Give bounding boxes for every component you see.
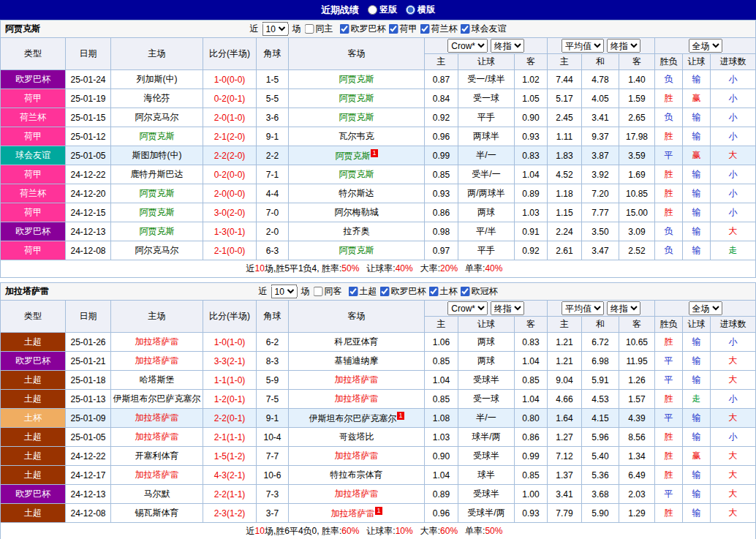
avg-home: 9.04 [548,371,582,390]
competition-checkbox[interactable] [461,24,470,34]
odds-stage-select[interactable]: 终指 [491,39,524,53]
corners: 4-4 [257,184,289,203]
match-date: 24-12-13 [66,485,111,504]
handicap-line: 两球 [458,203,515,222]
average-select[interactable]: 平均值 [562,301,604,315]
col-header-away: 客场 [289,301,425,333]
home-team: 加拉塔萨雷 [111,333,203,352]
competition-filter[interactable]: 土超 [349,285,377,298]
result-winloss: 平 [655,409,683,428]
away-team-name: 加拉塔萨雷 [335,374,379,385]
same-venue-filter[interactable]: 同主 [305,23,333,35]
match-row: 土超24-12-17加拉塔萨雷4-3(2-1)10-6特拉布宗体育1.04球半0… [1,466,756,485]
home-team: 加拉塔萨雷 [111,352,203,371]
competition-checkbox[interactable] [380,287,390,296]
odds-home: 0.93 [425,184,458,203]
scope-select[interactable]: 全场 [689,39,722,53]
result-handicap: 输 [683,466,711,485]
odds-away: 0.99 [515,447,548,466]
score-halftime: 2-0(1-0) [203,108,257,127]
competition-checkbox[interactable] [420,24,430,34]
away-team-name: 阿贾克斯 [339,169,374,179]
home-team-name: 加拉塔萨雷 [135,412,179,423]
competition-label: 土超 [360,285,377,298]
same-venue-filter[interactable]: 同客 [314,285,342,298]
layout-radio-vertical[interactable]: 竖版 [368,4,397,16]
result-handicap: 输 [683,485,711,504]
layout-radio-vertical-label: 竖版 [379,4,397,16]
same-venue-checkbox[interactable] [305,24,314,34]
home-team: 阿尔克马尔 [111,241,203,260]
match-row: 土超25-01-26加拉塔萨雷1-0(1-0)6-2科尼亚体育1.06两球0.8… [1,333,756,352]
corners: 5-5 [257,89,289,108]
corners: 2-0 [257,222,289,241]
home-team-name: 阿贾克斯 [140,207,175,217]
home-team-name: 哈塔斯堡 [140,374,175,385]
competition-checkbox[interactable] [340,24,349,34]
avg-draw: 7.20 [582,184,619,203]
competition-filter[interactable]: 欧冠杯 [461,285,498,298]
competition-filter[interactable]: 欧罗巴杯 [380,285,426,298]
team-section: 加拉塔萨雷 近 10 场 同客 土超欧罗巴杯土杯欧冠杯 [0,282,756,539]
competition-filter[interactable]: 荷兰杯 [420,23,458,35]
avg-draw: 4.53 [582,390,619,409]
avg-away: 2.03 [619,485,655,504]
home-team: 鹿特丹斯巴达 [111,165,203,184]
summary-record: 场,胜6平4负0, [265,526,322,536]
summary-stat-label: 大率: [420,526,440,536]
avg-away: 10.85 [619,184,655,203]
avg-away: 1.26 [619,371,655,390]
red-card-badge: 1 [371,149,377,157]
handicap-line: 受半/一 [458,165,515,184]
competition-checkbox[interactable] [349,287,358,296]
average-stage-select[interactable]: 终指 [607,301,640,315]
bookmaker-select[interactable]: Crow* [447,39,488,53]
layout-radio-horizontal[interactable]: 横版 [406,4,435,16]
avg-draw: 6.98 [582,352,619,371]
avg-home: 2.24 [548,222,582,241]
avg-home: 1.37 [548,466,582,485]
away-team-name: 哥兹塔比 [339,431,374,442]
scope-select[interactable]: 全场 [689,301,722,315]
competition-label: 球会友谊 [472,23,507,35]
corners: 9-1 [257,409,289,428]
layout-radio-horizontal-input[interactable] [406,5,415,15]
layout-radio-vertical-input[interactable] [368,5,377,15]
summary-stat-value: 40% [396,263,413,274]
away-team: 科尼亚体育 [289,333,425,352]
match-count-select[interactable]: 10 [262,22,289,36]
competition-checkbox[interactable] [429,287,439,296]
odds-stage-select[interactable]: 终指 [491,301,524,315]
home-team-name: 阿尔克马尔 [135,112,179,122]
result-handicap: 输 [683,352,711,371]
same-venue-checkbox[interactable] [314,287,323,296]
odds-away: 1.05 [515,89,548,108]
corners: 9-1 [257,127,289,146]
competition-filter[interactable]: 土杯 [429,285,458,298]
avg-home: 1.64 [548,409,582,428]
competition-filter[interactable]: 欧罗巴杯 [340,23,386,35]
away-team: 拉齐奥 [289,222,425,241]
match-row: 土超25-01-18哈塔斯堡1-1(1-0)5-9加拉塔萨雷1.04受球半0.8… [1,371,756,390]
avg-draw: 4.78 [582,70,619,89]
summary-stats: 胜率:60%让球率:10%大率:60%单率:50% [322,526,510,536]
home-team: 锡瓦斯体育 [111,504,203,523]
competition-filter[interactable]: 荷甲 [389,23,417,35]
result-goals: 小 [711,108,756,127]
competition-checkbox[interactable] [389,24,398,34]
away-team: 加拉塔萨雷 [289,485,425,504]
avg-home: 7.12 [548,447,582,466]
match-count-select[interactable]: 10 [271,284,298,298]
average-select[interactable]: 平均值 [562,39,604,53]
same-venue-label: 同主 [316,23,333,35]
match-date: 25-01-12 [66,127,111,146]
score-halftime: 2-1(0-0) [203,241,257,260]
competition-checkbox[interactable] [461,287,470,296]
odds-home: 1.06 [425,333,458,352]
average-stage-select[interactable]: 终指 [607,39,640,53]
avg-draw: 3.50 [582,222,619,241]
bookmaker-select[interactable]: Crow* [447,301,488,315]
home-team: 阿贾克斯 [111,222,203,241]
competition-type: 荷甲 [1,89,66,108]
competition-filter[interactable]: 球会友谊 [461,23,507,35]
